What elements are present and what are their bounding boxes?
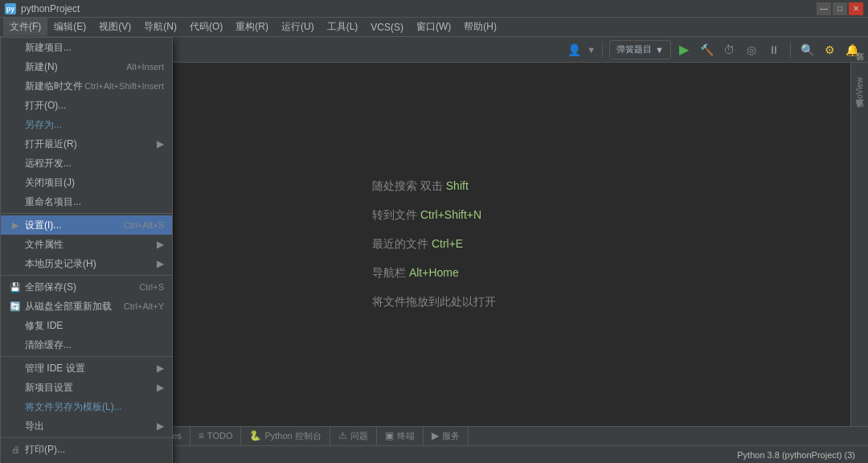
menu-reload-all[interactable]: 🔄 从磁盘全部重新加载 Ctrl+Alt+Y	[1, 297, 172, 316]
arrow-right-icon: ▶	[157, 138, 164, 150]
separator-3	[1, 356, 172, 357]
profile-button[interactable]: ⏱	[719, 40, 739, 59]
titlebar-left: py pythonProject	[5, 3, 80, 14]
menu-window[interactable]: 窗口(W)	[410, 18, 457, 37]
menubar: 文件(F) 编辑(E) 视图(V) 导航(N) 代码(O) 重构(R) 运行(U…	[0, 18, 868, 37]
problems-icon: ⚠	[338, 430, 347, 441]
menu-refactor[interactable]: 重构(R)	[229, 18, 275, 37]
toolbar-left: 👤 ▼	[564, 40, 596, 59]
stop-button[interactable]: ⏸	[764, 40, 784, 59]
menu-manage-ide[interactable]: 管理 IDE 设置 ▶	[1, 359, 172, 378]
separator-1	[1, 213, 172, 214]
save-all-icon: 💾	[9, 282, 22, 293]
menu-close-project[interactable]: 关闭项目(J)	[1, 173, 172, 192]
run-config-label: 弹簧题目	[616, 43, 652, 55]
menu-clear-cache[interactable]: 清除缓存...	[1, 335, 172, 354]
user-dropdown[interactable]: ▼	[587, 45, 596, 55]
statusbar-right: Python 3.8 (pythonProject) (3)	[731, 446, 862, 464]
tab-services[interactable]: ▶ 服务	[424, 426, 469, 445]
coverage-button[interactable]: ◎	[742, 40, 761, 59]
tab-todo-label: TODO	[207, 431, 233, 440]
tab-terminal-label: 终端	[397, 430, 415, 442]
hint-navigation-bar: 导航栏 Alt+Home	[372, 266, 496, 281]
menu-vcs[interactable]: VCS(S)	[364, 18, 410, 37]
menu-rename-project[interactable]: 重命名项目...	[1, 192, 172, 211]
services-icon: ▶	[432, 430, 439, 441]
titlebar: py pythonProject — □ ✕	[0, 0, 868, 18]
tab-todo[interactable]: ≡ TODO	[190, 426, 242, 445]
status-python-version[interactable]: Python 3.8 (pythonProject) (3)	[731, 446, 862, 464]
menu-save-all[interactable]: 💾 全部保存(S) Ctrl+S	[1, 277, 172, 297]
run-button[interactable]: ▶	[674, 40, 694, 59]
menu-local-history[interactable]: 本地历史记录(H) ▶	[1, 254, 172, 273]
toolbar-separator2	[790, 42, 791, 58]
hint-recent-files: 最近的文件 Ctrl+E	[372, 237, 496, 252]
tab-python-console[interactable]: 🐍 Python 控制台	[241, 426, 330, 445]
menu-tools[interactable]: 工具(L)	[321, 18, 365, 37]
notifications-button[interactable]: 🔔	[842, 40, 862, 59]
tab-problems-label: 问题	[350, 430, 368, 442]
menu-print[interactable]: 🖨 打印(P)...	[1, 440, 172, 459]
menu-new-project-settings[interactable]: 新项目设置 ▶	[1, 378, 172, 397]
menu-open-recent[interactable]: 打开最近(R) ▶	[1, 134, 172, 154]
reload-icon: 🔄	[9, 301, 22, 312]
menu-new[interactable]: 新建(N) Alt+Insert	[1, 57, 172, 76]
build-button[interactable]: 🔨	[697, 40, 716, 59]
manage-ide-arrow: ▶	[157, 363, 164, 374]
search-everywhere-button[interactable]: 🔍	[797, 40, 817, 59]
menu-file-properties[interactable]: 文件属性 ▶	[1, 235, 172, 254]
menu-help[interactable]: 帮助(H)	[457, 18, 503, 37]
settings-gear-icon: ▶	[9, 220, 22, 231]
menu-export[interactable]: 导出 ▶	[1, 416, 172, 436]
tab-python-console-label: Python 控制台	[264, 430, 321, 442]
separator-2	[1, 275, 172, 276]
chevron-down-icon: ▼	[655, 45, 664, 55]
minimize-button[interactable]: —	[817, 2, 831, 15]
menu-edit[interactable]: 编辑(E)	[47, 18, 92, 37]
window-title: pythonProject	[21, 3, 80, 14]
menu-run[interactable]: 运行(U)	[275, 18, 321, 37]
maximize-button[interactable]: □	[833, 2, 847, 15]
right-tab-soview[interactable]: SoView	[855, 72, 864, 109]
local-history-arrow: ▶	[157, 258, 164, 269]
hint-search-everywhere: 随处搜索 双击 Shift	[372, 179, 496, 194]
export-arrow: ▶	[157, 420, 164, 432]
file-dropdown-menu: 新建项目... 新建(N) Alt+Insert 新建临时文件 Ctrl+Alt…	[0, 37, 173, 463]
right-panel: 通知 SoView 通道	[850, 63, 868, 426]
tab-services-label: 服务	[442, 430, 460, 442]
menu-view[interactable]: 视图(V)	[92, 18, 137, 37]
toolbar-separator	[602, 42, 603, 58]
menu-remote-dev[interactable]: 远程开发...	[1, 154, 172, 173]
menu-new-scratch[interactable]: 新建临时文件 Ctrl+Alt+Shift+Insert	[1, 76, 172, 96]
separator-4	[1, 437, 172, 438]
app-icon: py	[5, 3, 16, 14]
new-project-settings-arrow: ▶	[157, 382, 164, 393]
tab-terminal[interactable]: ▣ 终端	[377, 426, 424, 445]
settings-button[interactable]: ⚙	[820, 40, 839, 59]
menu-repair-ide[interactable]: 修复 IDE	[1, 316, 172, 335]
right-tab-channel[interactable]: 通道	[854, 109, 866, 119]
welcome-hints: 随处搜索 双击 Shift 转到文件 Ctrl+Shift+N 最近的文件 Ct…	[372, 179, 496, 309]
window-controls: — □ ✕	[817, 2, 863, 15]
menu-save-as[interactable]: 另存为...	[1, 115, 172, 134]
python-console-icon: 🐍	[249, 430, 261, 441]
user-icon[interactable]: 👤	[564, 40, 583, 59]
run-config-dropdown[interactable]: 弹簧题目 ▼	[609, 40, 671, 59]
file-props-arrow: ▶	[157, 239, 164, 250]
right-tab-notifications[interactable]: 通知	[854, 63, 866, 72]
close-button[interactable]: ✕	[849, 2, 863, 15]
menu-open[interactable]: 打开(O)...	[1, 96, 172, 115]
menu-file[interactable]: 文件(F)	[3, 18, 47, 37]
print-icon: 🖨	[9, 445, 22, 454]
tab-problems[interactable]: ⚠ 问题	[330, 426, 377, 445]
menu-save-as-template[interactable]: 将文件另存为模板(L)...	[1, 397, 172, 416]
menu-settings[interactable]: ▶ 设置(I)... Ctrl+Alt+S	[1, 215, 172, 235]
hint-drop-files: 将文件拖放到此处以打开	[372, 295, 496, 309]
todo-icon: ≡	[199, 430, 204, 441]
hint-goto-file: 转到文件 Ctrl+Shift+N	[372, 208, 496, 223]
menu-power-save[interactable]: 省电模式	[1, 459, 172, 463]
menu-code[interactable]: 代码(O)	[183, 18, 229, 37]
terminal-icon: ▣	[385, 430, 394, 441]
menu-new-project[interactable]: 新建项目...	[1, 38, 172, 57]
menu-navigate[interactable]: 导航(N)	[137, 18, 183, 37]
